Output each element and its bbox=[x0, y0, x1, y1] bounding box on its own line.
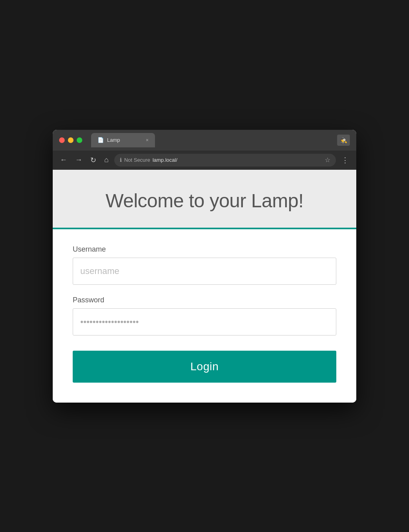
password-label: Password bbox=[73, 296, 336, 304]
username-label: Username bbox=[73, 245, 336, 254]
tab-page-icon: 📄 bbox=[97, 137, 104, 143]
forward-button[interactable]: → bbox=[73, 154, 85, 166]
bookmark-icon[interactable]: ☆ bbox=[325, 156, 330, 164]
traffic-lights bbox=[59, 137, 82, 143]
browser-window: 📄 Lamp × 🕵 ← → ↻ ⌂ ℹ Not Secure lamp.loc… bbox=[53, 130, 356, 403]
browser-menu-icon[interactable]: ⋮ bbox=[339, 154, 351, 166]
maximize-button[interactable] bbox=[77, 137, 82, 143]
close-button[interactable] bbox=[59, 137, 65, 143]
page-title: Welcome to your Lamp! bbox=[69, 190, 340, 212]
minimize-button[interactable] bbox=[68, 137, 73, 143]
tab-area: 📄 Lamp × bbox=[91, 133, 333, 147]
title-bar: 📄 Lamp × 🕵 bbox=[53, 130, 356, 151]
back-button[interactable]: ← bbox=[58, 154, 69, 166]
page-content: Welcome to your Lamp! Username Password … bbox=[53, 170, 356, 403]
url-display: lamp.local/ bbox=[153, 157, 177, 163]
incognito-icon: 🕵 bbox=[337, 135, 350, 146]
login-button[interactable]: Login bbox=[73, 351, 336, 383]
username-group: Username bbox=[73, 245, 336, 285]
password-group: Password bbox=[73, 296, 336, 335]
reload-button[interactable]: ↻ bbox=[88, 154, 99, 166]
login-card: Username Password Login bbox=[53, 229, 356, 403]
toolbar-icons: 🕵 bbox=[337, 135, 350, 146]
not-secure-label: Not Secure bbox=[124, 157, 150, 163]
username-input[interactable] bbox=[73, 258, 336, 285]
tab-title: Lamp bbox=[107, 137, 120, 143]
page-header: Welcome to your Lamp! bbox=[53, 170, 356, 229]
tab-close-icon[interactable]: × bbox=[146, 137, 149, 143]
password-input[interactable] bbox=[73, 308, 336, 335]
home-button[interactable]: ⌂ bbox=[102, 154, 111, 166]
address-bar: ← → ↻ ⌂ ℹ Not Secure lamp.local/ ☆ ⋮ bbox=[53, 151, 356, 170]
url-bar[interactable]: ℹ Not Secure lamp.local/ ☆ bbox=[114, 154, 336, 167]
not-secure-icon: ℹ bbox=[120, 157, 122, 163]
browser-tab[interactable]: 📄 Lamp × bbox=[91, 133, 155, 147]
